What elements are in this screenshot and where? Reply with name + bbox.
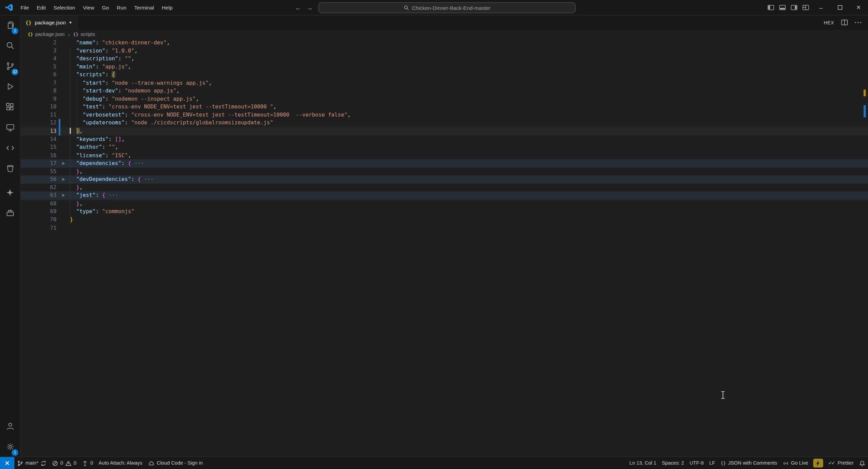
fold-chevron-icon[interactable]: >: [57, 192, 70, 200]
extensions-icon: [5, 102, 15, 112]
code-lines[interactable]: 2 "name": "chicken-dinner-dev",3 "versio…: [20, 39, 868, 232]
code-line[interactable]: 17> "dependencies": { ···: [20, 160, 868, 168]
toggle-panel-icon[interactable]: [777, 0, 788, 15]
overview-ruler[interactable]: [863, 39, 868, 457]
tab-label: package.json: [35, 19, 66, 25]
breadcrumb-file[interactable]: package.json: [35, 32, 65, 37]
menu-item-view[interactable]: View: [79, 0, 98, 15]
auto-attach-status[interactable]: Auto Attach: Always: [96, 457, 145, 469]
forward-arrow-icon[interactable]: →: [307, 4, 313, 11]
code-line[interactable]: 9 "debug": "nodemon --inspect app.js",: [20, 95, 868, 103]
tab-bar: {} package.json ● HEX ···: [20, 15, 868, 30]
branch-status[interactable]: main*: [14, 457, 49, 469]
code-line[interactable]: 71: [20, 224, 868, 232]
radio-tower-icon: [82, 460, 88, 466]
split-editor-icon[interactable]: [841, 19, 848, 26]
toggle-sidebar-icon[interactable]: [765, 0, 776, 15]
eol-status[interactable]: LF: [707, 457, 718, 469]
code-line[interactable]: 7 "start": "node --trace-warnings app.js…: [20, 79, 868, 87]
problems-status[interactable]: 0 0: [49, 457, 79, 469]
sidebar-item-explorer[interactable]: 1: [0, 15, 20, 35]
code-line[interactable]: 12 "updaterooms": "node ./cicdscripts/gl…: [20, 119, 868, 127]
code-line[interactable]: 13 },: [20, 127, 868, 136]
fold-chevron-icon[interactable]: >: [57, 176, 70, 184]
sidebar-item-extensions[interactable]: [0, 97, 20, 117]
ports-count: 0: [90, 460, 93, 466]
maximize-button[interactable]: [830, 0, 849, 15]
sidebar-item-remote-explorer[interactable]: [0, 117, 20, 138]
remote-indicator[interactable]: [0, 457, 14, 469]
sidebar-item-search[interactable]: [0, 35, 20, 56]
code-line[interactable]: 4 "description": "",: [20, 55, 868, 63]
notifications-button[interactable]: [856, 457, 868, 469]
lightning-button[interactable]: [813, 458, 823, 467]
scm-badge: 32: [12, 68, 18, 75]
sidebar-item-run-debug[interactable]: [0, 76, 20, 97]
code-line[interactable]: 16 "license": "ISC",: [20, 151, 868, 160]
code-line[interactable]: 3 "version": "1.0.0",: [20, 47, 868, 55]
git-branch-icon: [17, 460, 23, 466]
hex-editor-action[interactable]: HEX: [824, 20, 834, 25]
broadcast-icon: [783, 460, 789, 466]
cursor-position-label: Ln 13, Col 1: [629, 460, 656, 466]
code-line[interactable]: 68 },: [20, 200, 868, 208]
go-live-status[interactable]: Go Live: [780, 457, 811, 469]
back-arrow-icon[interactable]: ←: [295, 4, 301, 11]
code-line[interactable]: 69 "type": "commonjs": [20, 208, 868, 216]
sidebar-item-containers[interactable]: [0, 203, 20, 223]
menu-item-edit[interactable]: Edit: [33, 0, 50, 15]
close-button[interactable]: ×: [849, 0, 868, 15]
more-actions-icon[interactable]: ···: [855, 19, 863, 26]
cursor-position-status[interactable]: Ln 13, Col 1: [627, 457, 659, 469]
sidebar-item-storage[interactable]: [0, 158, 20, 179]
sidebar-item-cloud-code[interactable]: [0, 138, 20, 158]
sidebar-item-gemini[interactable]: [0, 182, 20, 202]
breadcrumb-symbol[interactable]: scripts: [81, 32, 95, 37]
menu-item-go[interactable]: Go: [98, 0, 113, 15]
code-line[interactable]: 8 "start-dev": "nodemon app.js",: [20, 87, 868, 95]
settings-button[interactable]: 1: [0, 436, 20, 457]
indentation-status[interactable]: Spaces: 2: [659, 457, 687, 469]
customize-layout-icon[interactable]: [800, 0, 811, 15]
code-line[interactable]: 10 "test": "cross-env NODE_ENV=test jest…: [20, 103, 868, 111]
command-center-search[interactable]: Chicken-Dinner-Back-End-master: [318, 2, 576, 14]
language-label: JSON with Comments: [728, 460, 777, 466]
activity-bar: 1 32: [0, 15, 20, 457]
auto-attach-label: Auto Attach: Always: [99, 460, 142, 466]
code-line[interactable]: 55 },: [20, 167, 868, 176]
menu-item-run[interactable]: Run: [113, 0, 130, 15]
menu-item-terminal[interactable]: Terminal: [130, 0, 158, 15]
code-line[interactable]: 11 "verbosetest": "cross-env NODE_ENV=te…: [20, 111, 868, 119]
ports-status[interactable]: 0: [79, 457, 96, 469]
menu-item-help[interactable]: Help: [158, 0, 177, 15]
prettier-status[interactable]: ✓✓ Prettier: [825, 457, 856, 469]
cloud-code-icon: [5, 143, 15, 153]
minimize-button[interactable]: –: [811, 0, 830, 15]
modified-dot-icon[interactable]: ●: [69, 20, 72, 25]
code-line[interactable]: 70}: [20, 216, 868, 224]
warning-icon: [65, 460, 72, 466]
menu-item-file[interactable]: File: [17, 0, 33, 15]
code-line[interactable]: 14 "keywords": [],: [20, 135, 868, 143]
chevron-right-icon: ›: [68, 31, 70, 37]
code-line[interactable]: 15 "author": "",: [20, 143, 868, 151]
account-button[interactable]: [0, 416, 20, 436]
editor-pane[interactable]: 2 "name": "chicken-dinner-dev",3 "versio…: [20, 39, 868, 457]
tab-package-json[interactable]: {} package.json ●: [20, 15, 78, 30]
modified-gutter-marker: [59, 119, 60, 127]
fold-chevron-icon[interactable]: >: [57, 160, 70, 168]
code-line[interactable]: 56> "devDependencies": { ···: [20, 176, 868, 184]
sidebar-item-source-control[interactable]: 32: [0, 56, 20, 76]
cloud-code-status[interactable]: Cloud Code - Sign in: [145, 457, 205, 469]
language-mode-status[interactable]: {} JSON with Comments: [718, 457, 780, 469]
code-line[interactable]: 62 },: [20, 184, 868, 192]
code-line[interactable]: 2 "name": "chicken-dinner-dev",: [20, 39, 868, 47]
code-line[interactable]: 63> "jest": { ···: [20, 192, 868, 200]
code-line[interactable]: 6 "scripts": {: [20, 71, 868, 79]
menu-item-selection[interactable]: Selection: [50, 0, 79, 15]
encoding-status[interactable]: UTF-8: [687, 457, 707, 469]
modified-gutter-marker: [59, 127, 60, 136]
toggle-secondary-sidebar-icon[interactable]: [788, 0, 800, 15]
code-line[interactable]: 5 "main": "app.js",: [20, 63, 868, 71]
ruler-mark-modified: [864, 105, 866, 117]
